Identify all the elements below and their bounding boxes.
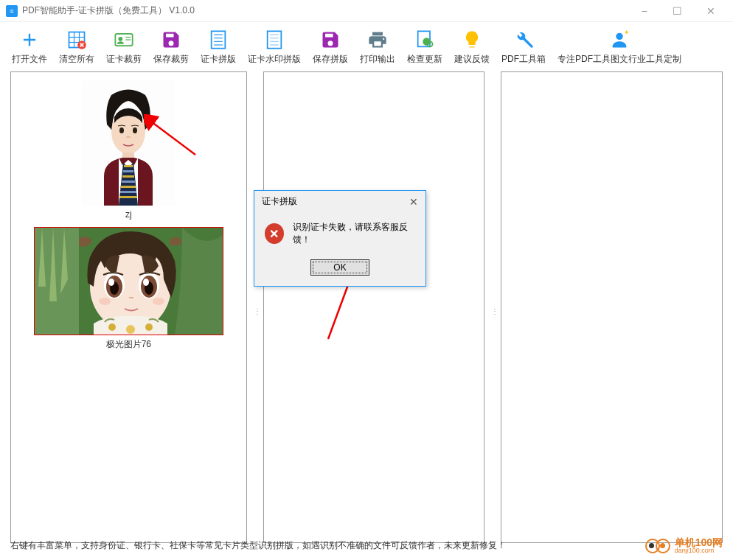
print-button[interactable]: 打印输出 xyxy=(354,25,401,69)
bulb-icon xyxy=(460,28,484,52)
tool-label: 打印输出 xyxy=(360,53,395,66)
app-icon: ≡ xyxy=(6,5,18,17)
svg-rect-32 xyxy=(120,191,136,193)
thumbnail-label: 极光图片76 xyxy=(106,338,151,351)
custom-button[interactable]: ✦ 专注PDF工具图文行业工具定制 xyxy=(552,25,687,69)
save-crop-button[interactable]: 保存裁剪 xyxy=(147,25,195,69)
tool-label: 建议反馈 xyxy=(454,53,490,66)
watermark-main: 单机100网 xyxy=(675,537,723,547)
thumbnail-label: zj xyxy=(125,209,132,220)
svg-rect-31 xyxy=(121,186,136,188)
thumbnail-panel[interactable]: zj xyxy=(10,71,247,543)
card-layout-button[interactable]: 证卡拼版 xyxy=(195,25,242,69)
svg-point-25 xyxy=(119,127,124,133)
tool-label: PDF工具箱 xyxy=(501,53,546,66)
minimize-button[interactable]: − xyxy=(628,1,661,21)
dialog-close-button[interactable]: ✕ xyxy=(409,196,418,208)
dialog-title-text: 证卡拼版 xyxy=(262,195,297,208)
dialog-footer: OK xyxy=(254,259,425,286)
svg-point-45 xyxy=(99,298,111,305)
check-update-button[interactable]: 检查更新 xyxy=(401,25,448,69)
thumbnail-item[interactable]: 极光图片76 xyxy=(18,227,239,351)
tool-label: 清空所有 xyxy=(59,53,94,66)
plus-icon xyxy=(18,28,41,52)
grid-clear-icon xyxy=(65,28,88,52)
error-dialog: 证卡拼版 ✕ ✕ 识别证卡失败，请联系客服反馈！ OK xyxy=(254,190,426,287)
printer-icon xyxy=(366,28,389,52)
refresh-doc-icon xyxy=(413,28,437,52)
thumbnail-image[interactable] xyxy=(34,227,223,335)
titlebar: ≡ PDF智能助手-证卡拼版（免费工具） V1.0.0 − ☐ ✕ xyxy=(0,0,733,22)
svg-point-49 xyxy=(145,323,153,331)
person-star-icon: ✦ xyxy=(608,28,631,52)
tool-label: 证卡水印拼版 xyxy=(248,53,301,66)
tool-label: 专注PDF工具图文行业工具定制 xyxy=(557,53,681,66)
ok-button[interactable]: OK xyxy=(310,259,369,276)
svg-point-48 xyxy=(126,325,135,334)
floppy-icon xyxy=(319,28,342,52)
sheet-icon xyxy=(206,28,230,52)
open-file-button[interactable]: 打开文件 xyxy=(6,25,53,69)
window-controls: − ☐ ✕ xyxy=(628,1,727,21)
tool-label: 保存裁剪 xyxy=(153,53,189,66)
tool-label: 检查更新 xyxy=(407,53,442,66)
statusbar: 右键有丰富菜单，支持身份证、银行卡、社保卡等常见卡片类型识别拼版，如遇识别不准确… xyxy=(0,531,733,560)
preview-panel-1[interactable] xyxy=(263,71,485,543)
svg-rect-33 xyxy=(119,196,137,198)
tool-label: 证卡拼版 xyxy=(201,53,236,66)
svg-point-7 xyxy=(118,37,122,41)
svg-point-26 xyxy=(133,127,137,133)
close-button[interactable]: ✕ xyxy=(694,1,727,21)
svg-point-40 xyxy=(108,279,114,286)
sheet-watermark-icon xyxy=(263,28,286,52)
dialog-titlebar: 证卡拼版 ✕ xyxy=(254,191,425,212)
svg-rect-15 xyxy=(268,31,282,48)
svg-text:✦: ✦ xyxy=(624,29,630,36)
tool-label: 保存拼版 xyxy=(313,53,348,66)
card-crop-button[interactable]: 证卡裁剪 xyxy=(100,25,147,69)
svg-rect-28 xyxy=(123,170,133,172)
svg-point-21 xyxy=(616,33,622,40)
svg-point-47 xyxy=(108,323,116,331)
watermark-sub: danji100.com xyxy=(675,547,723,554)
tools-icon xyxy=(512,28,535,52)
watermark-logo: 单机100网 danji100.com xyxy=(645,537,723,554)
thumbnail-image[interactable] xyxy=(81,80,176,206)
feedback-button[interactable]: 建议反馈 xyxy=(448,25,496,69)
tool-label: 打开文件 xyxy=(12,53,47,66)
preview-panel-2[interactable] xyxy=(501,71,723,543)
floppy-icon xyxy=(159,28,183,52)
svg-rect-27 xyxy=(124,165,133,167)
dialog-message: 识别证卡失败，请联系客服反馈！ xyxy=(293,221,415,246)
svg-point-44 xyxy=(143,279,149,286)
panel-divider[interactable]: ⋮ xyxy=(253,71,257,543)
toolbox-button[interactable]: PDF工具箱 xyxy=(496,25,552,69)
svg-rect-29 xyxy=(122,175,134,178)
tool-label: 证卡裁剪 xyxy=(106,53,142,66)
window-title: PDF智能助手-证卡拼版（免费工具） V1.0.0 xyxy=(22,4,628,17)
toolbar: 打开文件 清空所有 证卡裁剪 保存裁剪 证卡拼版 证卡水印拼版 保存拼版 xyxy=(0,22,733,71)
thumbnail-item[interactable]: zj xyxy=(18,80,239,220)
id-card-icon xyxy=(112,28,136,52)
content-area: zj xyxy=(0,71,733,543)
status-text: 右键有丰富菜单，支持身份证、银行卡、社保卡等常见卡片类型识别拼版，如遇识别不准确… xyxy=(10,539,506,552)
maximize-button[interactable]: ☐ xyxy=(661,1,694,21)
svg-point-46 xyxy=(153,298,164,305)
svg-rect-30 xyxy=(122,181,135,183)
save-layout-button[interactable]: 保存拼版 xyxy=(307,25,354,69)
clear-all-button[interactable]: 清空所有 xyxy=(53,25,100,69)
error-icon: ✕ xyxy=(265,223,284,244)
dialog-body: ✕ 识别证卡失败，请联系客服反馈！ xyxy=(254,212,425,259)
svg-rect-10 xyxy=(212,31,226,48)
watermark-layout-button[interactable]: 证卡水印拼版 xyxy=(242,25,307,69)
panel-divider[interactable]: ⋮ xyxy=(490,71,495,543)
